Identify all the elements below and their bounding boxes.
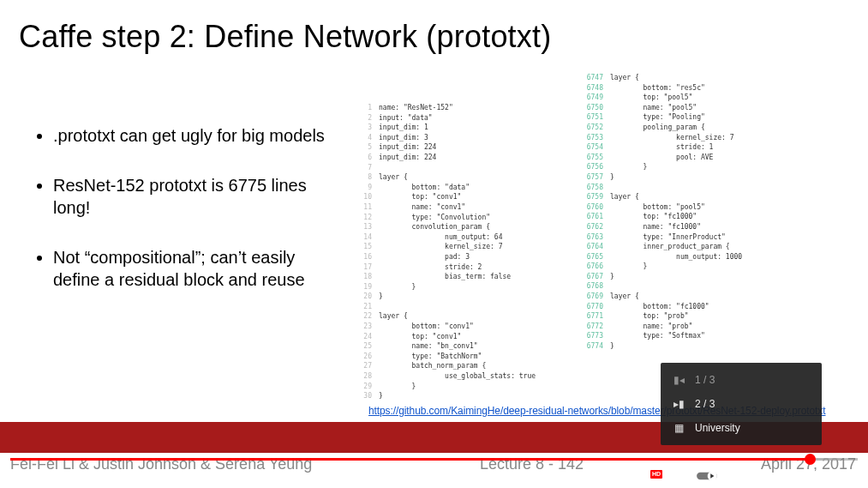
fullscreen-button[interactable] bbox=[830, 464, 858, 488]
play-icon bbox=[16, 468, 32, 484]
bullet-list: .prototxt can get ugly for big models Re… bbox=[53, 124, 336, 318]
svg-rect-2 bbox=[727, 470, 742, 481]
theater-button[interactable] bbox=[803, 464, 830, 488]
prev-icon: ▮◂ bbox=[671, 374, 686, 386]
volume-icon bbox=[71, 468, 87, 484]
bullet-item: Not “compositional”; can’t easily define… bbox=[53, 246, 336, 291]
fullscreen-icon bbox=[836, 468, 852, 484]
settings-button[interactable]: HD bbox=[748, 464, 775, 488]
video-suggestions-popup: ▮◂ 1 / 3 ▸▮ 2 / 3 ▦ University bbox=[661, 363, 822, 445]
popup-item-prev[interactable]: ▮◂ 1 / 3 bbox=[661, 368, 822, 392]
progress-played bbox=[10, 458, 810, 461]
code-block-right: 6747layer { 6748 bottom: "res5c" 6749 to… bbox=[574, 73, 848, 352]
grid-icon: ▦ bbox=[671, 422, 686, 434]
autoplay-toggle[interactable] bbox=[693, 464, 721, 488]
next-button[interactable] bbox=[38, 464, 65, 488]
svg-rect-4 bbox=[789, 476, 796, 481]
volume-fill bbox=[94, 474, 137, 477]
play-button[interactable] bbox=[10, 464, 38, 488]
time-duration: 1:18:06 bbox=[192, 470, 227, 482]
volume-knob[interactable] bbox=[132, 471, 141, 480]
svg-rect-5 bbox=[808, 472, 825, 480]
popup-item-label: 1 / 3 bbox=[695, 374, 715, 386]
miniplayer-button[interactable] bbox=[775, 464, 803, 488]
popup-item-label: 2 / 3 bbox=[695, 398, 715, 410]
captions-button[interactable] bbox=[721, 464, 748, 488]
time-current: 1:13:38 bbox=[147, 470, 183, 482]
code-block-left: 1name: "ResNet-152" 2input: "data" 3inpu… bbox=[351, 103, 574, 401]
player-controls: 1:13:38 / 1:18:06 HD bbox=[0, 463, 868, 488]
hd-badge: HD bbox=[650, 470, 662, 479]
slide-title: Caffe step 2: Define Network (prototxt) bbox=[19, 19, 551, 55]
next-icon bbox=[44, 468, 59, 484]
next-icon: ▸▮ bbox=[671, 398, 686, 410]
captions-icon bbox=[726, 469, 743, 483]
theater-icon bbox=[807, 470, 826, 482]
autoplay-icon bbox=[696, 470, 718, 482]
gear-icon bbox=[754, 468, 769, 484]
time-display: 1:13:38 / 1:18:06 bbox=[147, 470, 227, 482]
volume-slider[interactable] bbox=[94, 474, 137, 477]
miniplayer-icon bbox=[781, 469, 798, 483]
mute-button[interactable] bbox=[65, 464, 93, 488]
popup-item-next[interactable]: ▸▮ 2 / 3 bbox=[661, 392, 822, 416]
bullet-item: ResNet-152 prototxt is 6775 lines long! bbox=[53, 174, 336, 219]
popup-item-channel[interactable]: ▦ University bbox=[661, 416, 822, 440]
bullet-item: .prototxt can get ugly for big models bbox=[53, 124, 336, 147]
popup-item-label: University bbox=[695, 422, 740, 434]
